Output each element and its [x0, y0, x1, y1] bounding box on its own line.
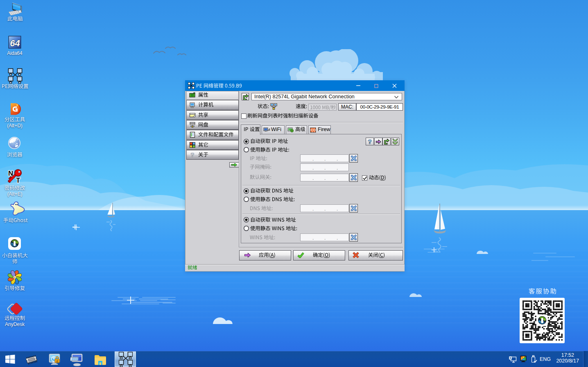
svg-text:d: d — [56, 359, 58, 363]
